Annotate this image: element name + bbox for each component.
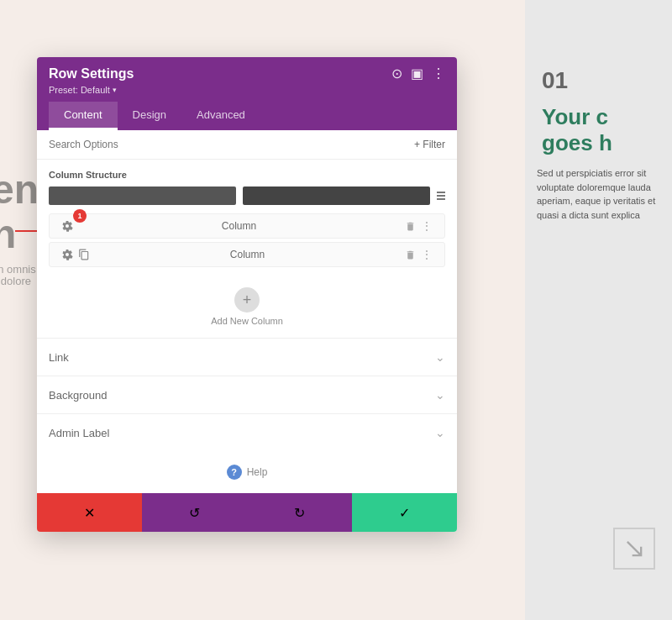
- column-row-1: 1 Column ⋮: [49, 213, 445, 239]
- tab-advanced[interactable]: Advanced: [181, 102, 260, 130]
- col-adjust[interactable]: [437, 192, 445, 200]
- delete-icon-2[interactable]: [405, 250, 416, 260]
- svg-line-0: [627, 542, 641, 555]
- col-bar-2: [243, 187, 430, 205]
- accordion-admin-label-text: Admin Label: [49, 427, 109, 439]
- accordion-background-header[interactable]: Background ⌄: [37, 376, 457, 413]
- col-1-more[interactable]: ⋮: [421, 219, 433, 233]
- col-bars: [49, 187, 445, 205]
- redo-button[interactable]: ↻: [247, 493, 352, 532]
- settings-icon-2[interactable]: [61, 249, 73, 260]
- col-2-actions: ⋮: [405, 248, 433, 261]
- redo-icon: ↻: [294, 505, 305, 521]
- modal-header-top: Row Settings ⊙ ▣ ⋮: [49, 66, 445, 81]
- add-col-text: Add New Column: [211, 316, 283, 326]
- cancel-button[interactable]: ✕: [37, 493, 142, 532]
- col-1-actions: ⋮: [405, 219, 433, 233]
- accordion-admin-chevron: ⌄: [435, 426, 445, 439]
- clone-icon-2[interactable]: [78, 249, 90, 260]
- tab-content[interactable]: Content: [49, 102, 118, 130]
- col-row-2-icons: [61, 249, 90, 260]
- accordion-admin-label: Admin Label ⌄: [37, 413, 457, 451]
- cancel-icon: ✕: [84, 505, 95, 521]
- search-bar: + Filter: [37, 130, 457, 160]
- preset-caret: ▾: [113, 86, 117, 94]
- add-col-circle: +: [234, 287, 260, 313]
- accordion-link-chevron: ⌄: [435, 350, 445, 364]
- col-2-label: Column: [90, 249, 405, 260]
- col-bar-1: [49, 187, 236, 205]
- delete-icon-1[interactable]: [405, 221, 416, 232]
- accordion-admin-header[interactable]: Admin Label ⌄: [37, 414, 457, 451]
- undo-button[interactable]: ↺: [142, 493, 247, 532]
- modal-header: Row Settings ⊙ ▣ ⋮ Preset: Default ▾ Con…: [37, 57, 457, 130]
- undo-icon: ↺: [189, 505, 200, 521]
- accordion-link-header[interactable]: Link ⌄: [37, 339, 457, 376]
- layout-icon[interactable]: ▣: [411, 66, 423, 81]
- col-row-1-icons: [61, 220, 73, 232]
- modal-tabs: Content Design Advanced: [49, 102, 445, 130]
- add-new-column-button[interactable]: + Add New Column: [37, 279, 457, 338]
- section-title: Column Structure: [37, 160, 457, 187]
- panel-number: 01: [525, 67, 568, 94]
- help-label: Help: [247, 466, 268, 478]
- col-1-label: Column: [73, 220, 405, 232]
- modal-header-icons: ⊙ ▣ ⋮: [391, 66, 445, 81]
- help-section[interactable]: ? Help: [37, 451, 457, 493]
- modal-body: + Filter Column Structure 1: [37, 130, 457, 493]
- accordion-background-label: Background: [49, 389, 107, 402]
- modal-title: Row Settings: [49, 66, 134, 81]
- col-2-more[interactable]: ⋮: [421, 248, 433, 261]
- focus-icon[interactable]: ⊙: [391, 66, 402, 81]
- accordion-link-label: Link: [49, 351, 69, 364]
- row-settings-modal: Row Settings ⊙ ▣ ⋮ Preset: Default ▾ Con…: [37, 57, 457, 532]
- save-icon: ✓: [399, 505, 410, 521]
- help-icon: ?: [227, 465, 242, 480]
- modal-preset[interactable]: Preset: Default ▾: [49, 85, 445, 95]
- right-panel: 01 Your c goes h Sed ut perspiciatis err…: [525, 0, 672, 620]
- more-icon[interactable]: ⋮: [432, 66, 445, 81]
- search-input[interactable]: [49, 139, 414, 150]
- filter-button[interactable]: + Filter: [414, 139, 445, 150]
- tab-design[interactable]: Design: [118, 102, 181, 130]
- modal-footer: ✕ ↺ ↻ ✓: [37, 493, 457, 532]
- save-button[interactable]: ✓: [352, 493, 457, 532]
- accordion-background: Background ⌄: [37, 376, 457, 413]
- column-row-2: Column ⋮: [49, 242, 445, 267]
- accordion-link: Link ⌄: [37, 338, 457, 376]
- panel-heading: Your c goes h: [525, 104, 612, 156]
- panel-body: Sed ut perspiciatis error sit voluptate …: [525, 166, 672, 222]
- accordion-background-chevron: ⌄: [435, 388, 445, 402]
- column-structure: 1 Column ⋮ Column ⋮: [37, 187, 457, 279]
- arrow-box: [613, 528, 655, 570]
- col-1-badge: 1: [73, 209, 87, 223]
- settings-icon-1[interactable]: [61, 220, 73, 232]
